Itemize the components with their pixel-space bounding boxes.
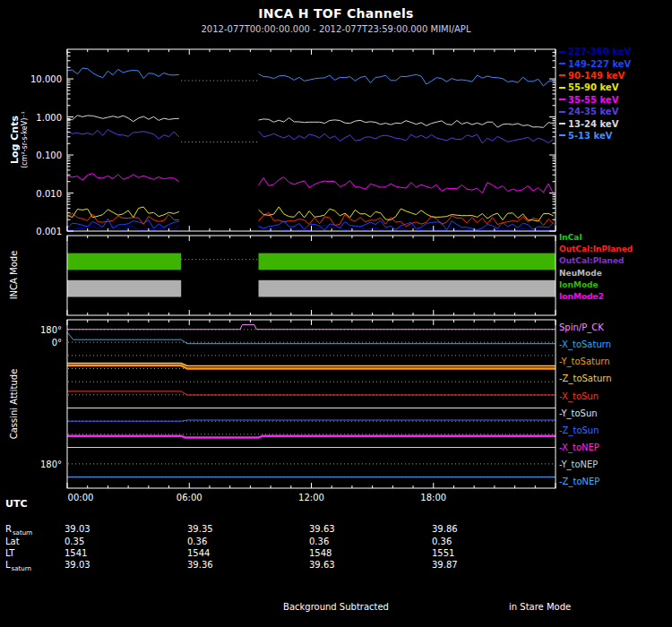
eph-value-r-0: 39.03 <box>65 524 90 534</box>
attitude-legend-item-z-tonep: -Z_toNEP <box>559 473 612 490</box>
legend-label: 13-24 keV <box>568 119 618 129</box>
attitude-ytick-1: 0° <box>0 338 62 348</box>
flux-ytick-0-010: 0.010 <box>0 189 62 199</box>
eph-value-lat-0: 0.35 <box>65 537 84 546</box>
legend-label: 55-90 keV <box>568 82 618 92</box>
legend-line-swatch-icon <box>559 63 565 64</box>
dotted-gridlines <box>68 81 555 477</box>
eph-row-label-lat: Lat <box>5 537 20 546</box>
eph-value-l-3: 39.87 <box>432 560 458 570</box>
mode-legend-item-ionmode2: IonMode2 <box>559 292 633 304</box>
attitude-legend-item-y-tosun: -Y_toSun <box>559 405 612 422</box>
legend-label: 35-55 keV <box>568 95 618 105</box>
legend-line-swatch-icon <box>559 134 565 136</box>
eph-label-sub: saturn <box>12 565 31 572</box>
attitude-line-z-tosun <box>67 420 556 421</box>
attitude-legend-item-y-tosaturn: -Y_toSaturn <box>559 353 612 370</box>
flux-line-35-55-kev-seg1 <box>259 177 554 194</box>
inca-tof-plot-screen: INCA H TOF Channels 2012-077T00:00:00.00… <box>0 0 672 627</box>
eph-value-lat-1: 0.36 <box>187 537 207 546</box>
flux-legend-item-55-90-kev: 55-90 keV <box>559 82 631 93</box>
attitude-legend-item-x-tonep: -X_toNEP <box>559 439 612 456</box>
flux-ytick-1-000: 1.000 <box>0 113 62 123</box>
attitude-legend-item-z-tosun: -Z_toSun <box>559 422 612 439</box>
eph-label-main: R <box>5 524 12 534</box>
legend-label: 90-149 keV <box>568 71 625 81</box>
footer-stare-mode: in Stare Mode <box>509 602 571 612</box>
flux-ytick-0-100: 0.100 <box>0 150 62 160</box>
flux-legend-item-227-360-kev: 227-360 keV <box>559 46 631 57</box>
page-title: INCA H TOF Channels <box>0 6 672 21</box>
mode-legend-item-neumode: NeuMode <box>559 269 633 280</box>
attitude-legend-item-z-tosaturn: -Z_toSaturn <box>559 370 612 387</box>
attitude-ytick-0: 180° <box>0 325 62 335</box>
flux-line-35-55-kev-seg0 <box>67 174 179 182</box>
eph-value-lt-1: 1544 <box>187 548 210 558</box>
mode-axis-label: INCA Mode <box>9 251 19 300</box>
flux-line-13-24-kev-seg0 <box>67 116 179 122</box>
mode-bar-ionmode-seg1 <box>259 253 556 271</box>
footer-background-subtracted: Background Subtracted <box>0 602 672 612</box>
eph-value-r-1: 39.35 <box>187 524 213 534</box>
mode-legend-item-incal: InCal <box>559 233 633 245</box>
flux-line-55-90-kev-seg1 <box>259 207 554 221</box>
panel-frame-2 <box>67 320 556 488</box>
legend-label: 24-35 keV <box>568 107 618 116</box>
xtick-12-00: 12:00 <box>296 493 328 502</box>
legend-line-swatch-icon <box>559 123 565 125</box>
plot-data <box>67 68 556 477</box>
attitude-axis-label: Cassini Attitude <box>9 369 19 440</box>
mode-legend-item-outcal-planed: OutCal:Planed <box>559 256 633 268</box>
legend-label: 227-360 keV <box>568 47 631 56</box>
attitude-legend-item-y-tonep: -Y_toNEP <box>559 456 612 473</box>
flux-line-5-13-kev-seg1 <box>259 74 554 86</box>
flux-line-5-13-kev-seg0 <box>67 68 179 79</box>
flux-ytick-0-001: 0.001 <box>0 227 62 236</box>
flux-legend-item-24-35-kev: 24-35 keV <box>559 106 631 117</box>
inca-mode-legend: InCalOutCal:InPlanedOutCal:PlanedNeuMode… <box>559 233 633 304</box>
time-range-subtitle: 2012-077T00:00:00.000 - 2012-077T23:59:0… <box>0 24 672 34</box>
eph-value-r-3: 39.86 <box>432 524 458 534</box>
flux-line-24-35-kev-seg0 <box>67 130 179 139</box>
eph-value-l-0: 39.03 <box>65 560 90 570</box>
flux-legend-item-5-13-kev: 5-13 keV <box>559 130 631 142</box>
eph-value-l-2: 39.63 <box>309 560 335 570</box>
eph-value-lt-3: 1551 <box>432 548 454 558</box>
attitude-ytick-2: 180° <box>0 460 62 469</box>
mode-bar-neumode-seg0 <box>67 280 181 297</box>
eph-row-label-l: Lsaturn <box>5 560 31 570</box>
eph-value-lat-3: 0.36 <box>432 537 452 546</box>
legend-line-swatch-icon <box>559 87 565 89</box>
eph-label-main: L <box>5 560 11 570</box>
mode-legend-item-outcal-inplaned: OutCal:InPlaned <box>559 245 633 256</box>
xtick-00-00: 00:00 <box>65 493 97 502</box>
legend-line-swatch-icon <box>559 111 565 113</box>
eph-label-main: Lat <box>5 537 20 546</box>
eph-value-r-2: 39.63 <box>309 524 335 534</box>
flux-line-13-24-kev-seg1 <box>259 118 554 128</box>
panel-frame-0 <box>67 49 556 231</box>
xtick-18-00: 18:00 <box>418 493 450 502</box>
attitude-line-spin-p-ck <box>67 325 556 330</box>
flux-line-149-227-kev-seg1 <box>259 220 554 230</box>
xtick-06-00: 06:00 <box>173 493 205 502</box>
attitude-legend: Spin/P_CK-X_toSaturn-Y_toSaturn-Z_toSatu… <box>559 319 612 490</box>
eph-row-label-lt: LT <box>5 548 14 558</box>
eph-label-main: LT <box>5 548 14 558</box>
flux-legend-item-149-227-kev: 149-227 keV <box>559 57 631 69</box>
attitude-legend-item-x-tosaturn: -X_toSaturn <box>559 336 612 353</box>
flux-channel-legend: 227-360 keV149-227 keV90-149 keV55-90 ke… <box>559 46 631 142</box>
legend-label: 5-13 keV <box>568 131 612 141</box>
attitude-legend-item-x-tosun: -X_toSun <box>559 388 612 405</box>
legend-line-swatch-icon <box>559 99 565 100</box>
flux-ytick-10-000: 10.000 <box>0 74 62 84</box>
flux-legend-item-90-149-kev: 90-149 keV <box>559 70 631 82</box>
panel-frame-1 <box>67 236 556 315</box>
mode-bar-neumode-seg1 <box>259 280 556 297</box>
flux-legend-item-35-55-kev: 35-55 keV <box>559 94 631 106</box>
legend-label: 149-227 keV <box>568 59 631 69</box>
mode-legend-item-ionmode: IonMode <box>559 280 633 292</box>
attitude-line-x-tonep <box>67 436 556 438</box>
legend-line-swatch-icon <box>559 51 565 53</box>
eph-value-lt-0: 1541 <box>65 548 87 558</box>
